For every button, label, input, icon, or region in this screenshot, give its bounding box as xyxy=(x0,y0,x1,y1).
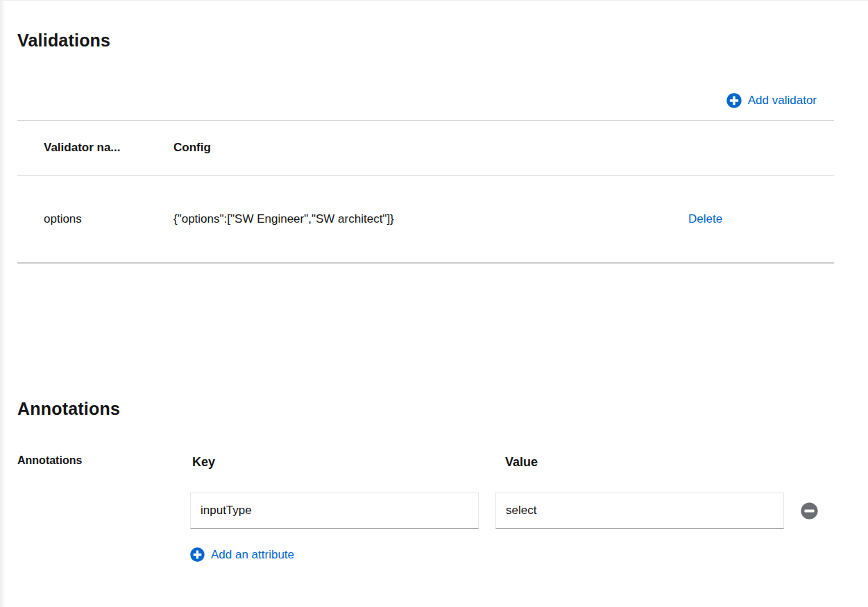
delete-validator-button[interactable]: Delete xyxy=(688,212,722,226)
annotation-entry-row xyxy=(190,493,834,529)
add-validator-label: Add validator xyxy=(748,94,817,108)
validators-table: Validator na... Config options {"options… xyxy=(17,120,834,264)
validator-actions-cell: Delete xyxy=(666,212,834,226)
validations-toolbar: Add validator xyxy=(17,80,834,120)
annotations-form-row: Annotations Key Value xyxy=(17,454,834,565)
annotation-value-input[interactable] xyxy=(495,493,784,529)
annotations-title: Annotations xyxy=(17,398,834,419)
column-header-validator-name: Validator na... xyxy=(44,141,173,155)
column-header-config: Config xyxy=(173,141,666,155)
validator-config-cell: {"options":["SW Engineer","SW architect"… xyxy=(173,212,666,226)
validations-title: Validations xyxy=(17,30,834,51)
validators-table-header: Validator na... Config xyxy=(17,120,834,176)
key-column-header: Key xyxy=(190,454,479,471)
annotation-key-input[interactable] xyxy=(190,493,479,529)
annotations-field-label: Annotations xyxy=(17,454,190,468)
form-content: Validations Add validator Validator na..… xyxy=(0,1,868,565)
minus-circle-icon xyxy=(801,502,818,520)
plus-circle-icon xyxy=(726,93,742,108)
validator-name-cell: options xyxy=(44,212,173,226)
annotations-section: Annotations Annotations Key Value xyxy=(17,398,834,565)
validations-section: Validations Add validator Validator na..… xyxy=(17,30,834,264)
value-column-header: Value xyxy=(495,454,784,471)
add-validator-button[interactable]: Add validator xyxy=(726,93,817,108)
table-row: options {"options":["SW Engineer","SW ar… xyxy=(17,176,834,264)
add-attribute-button[interactable]: Add an attribute xyxy=(190,547,294,562)
plus-circle-icon xyxy=(190,547,205,562)
add-attribute-label: Add an attribute xyxy=(211,548,294,562)
key-value-headers: Key Value xyxy=(190,454,834,471)
remove-attribute-button[interactable] xyxy=(801,502,819,520)
